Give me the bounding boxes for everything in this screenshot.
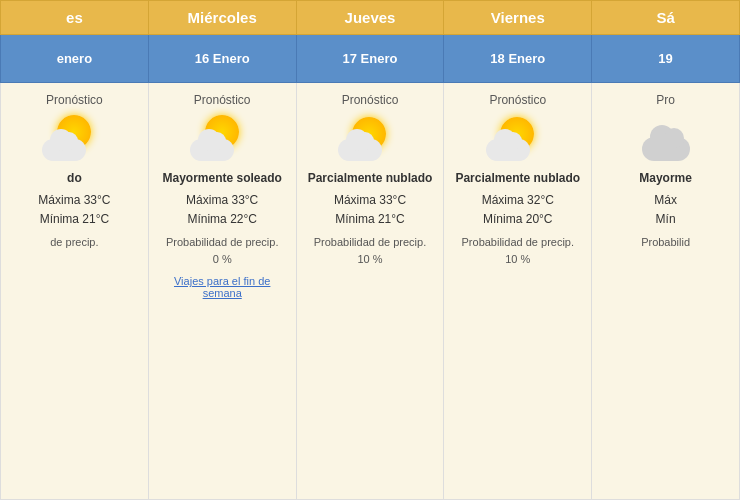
- weather-desc-1: do: [9, 171, 140, 185]
- max-temp-5: Máx: [654, 193, 677, 207]
- pronostico-label-1: Pronóstico: [9, 93, 140, 107]
- min-temp-2: Mínima 22°C: [187, 212, 257, 226]
- max-temp-3: Máxima 33°C: [334, 193, 406, 207]
- max-temp-1: Máxima 33°C: [38, 193, 110, 207]
- max-temp-4: Máxima 32°C: [482, 193, 554, 207]
- min-temp-1: Mínima 21°C: [40, 212, 110, 226]
- weather-cell-4: Pronóstico Parcialmente nublado Máxima 3…: [444, 82, 592, 499]
- temp-info-3: Máxima 33°C Mínima 21°C: [305, 191, 436, 229]
- min-temp-4: Mínima 20°C: [483, 212, 553, 226]
- weather-icon-2: [190, 113, 254, 163]
- precip-info-1: de precip.: [9, 234, 140, 251]
- date-cell-4: 18 Enero: [444, 35, 592, 83]
- weather-icon-4: [486, 113, 550, 163]
- pronostico-label-3: Pronóstico: [305, 93, 436, 107]
- max-temp-2: Máxima 33°C: [186, 193, 258, 207]
- weather-desc-2: Mayormente soleado: [157, 171, 288, 185]
- weather-icon-1: [42, 113, 106, 163]
- temp-info-2: Máxima 33°C Mínima 22°C: [157, 191, 288, 229]
- day-header-5: Sá: [592, 1, 740, 35]
- day-header-2: Miércoles: [148, 1, 296, 35]
- weekend-link[interactable]: Viajes para el fin de semana: [157, 275, 288, 299]
- weather-icon-5: [634, 113, 698, 163]
- precip-info-2: Probabilidad de precip. 0 %: [157, 234, 288, 267]
- day-header-4: Viernes: [444, 1, 592, 35]
- weather-desc-5: Mayorme: [600, 171, 731, 185]
- date-cell-1: enero: [1, 35, 149, 83]
- temp-info-5: Máx Mín: [600, 191, 731, 229]
- precip-info-5: Probabilid: [600, 234, 731, 251]
- temp-info-4: Máxima 32°C Mínima 20°C: [452, 191, 583, 229]
- weather-cell-1: Pronóstico do Máxima 33°C Mínima 21°C de…: [1, 82, 149, 499]
- weather-desc-4: Parcialmente nublado: [452, 171, 583, 185]
- day-header-1: es: [1, 1, 149, 35]
- pronostico-label-2: Pronóstico: [157, 93, 288, 107]
- weather-icon-3: [338, 113, 402, 163]
- temp-info-1: Máxima 33°C Mínima 21°C: [9, 191, 140, 229]
- weather-cell-2: Pronóstico Mayormente soleado Máxima 33°…: [148, 82, 296, 499]
- weather-desc-3: Parcialmente nublado: [305, 171, 436, 185]
- precip-info-3: Probabilidad de precip. 10 %: [305, 234, 436, 267]
- pronostico-label-4: Pronóstico: [452, 93, 583, 107]
- weather-cell-3: Pronóstico Parcialmente nublado Máxima 3…: [296, 82, 444, 499]
- min-temp-3: Mínima 21°C: [335, 212, 405, 226]
- precip-info-4: Probabilidad de precip. 10 %: [452, 234, 583, 267]
- date-cell-5: 19: [592, 35, 740, 83]
- day-header-3: Jueves: [296, 1, 444, 35]
- min-temp-5: Mín: [656, 212, 676, 226]
- pronostico-label-5: Pro: [600, 93, 731, 107]
- date-cell-3: 17 Enero: [296, 35, 444, 83]
- weather-cell-5: Pro Mayorme Máx Mín Probabilid: [592, 82, 740, 499]
- date-cell-2: 16 Enero: [148, 35, 296, 83]
